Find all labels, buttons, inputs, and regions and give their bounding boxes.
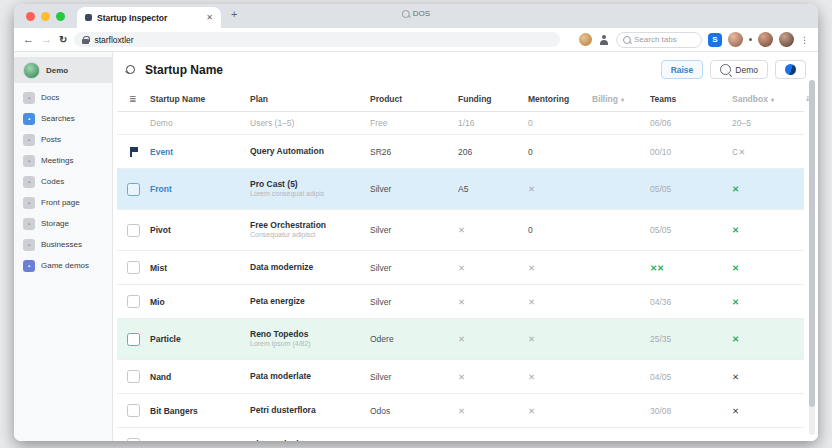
address-bar[interactable]: starfloxtler — [74, 32, 560, 47]
table-row[interactable]: Bit BangersPetri dusterfloraOdos✕✕30/08✕ — [117, 394, 804, 428]
raise-button[interactable]: Raise — [661, 60, 704, 79]
businesses-icon: ▪ — [23, 239, 35, 251]
extension-badge-icon[interactable]: S — [708, 33, 722, 47]
table-row[interactable]: NandPata moderlateSilver✕✕04/05✕ — [117, 360, 804, 394]
startup-name-cell: Rio — [150, 440, 250, 442]
table-row[interactable]: DemoUsers (1–5)Free1/16006/0620–5 — [117, 112, 804, 135]
sidebar-item-codes[interactable]: ▪Codes — [14, 171, 112, 192]
tab-search-field[interactable]: Search tabs — [616, 32, 702, 48]
table-row[interactable]: FrontPro Cast (5)Lorem consequat adipisS… — [117, 169, 804, 210]
sandbox-cell: ✕ — [732, 372, 806, 382]
new-tab-button[interactable]: + — [231, 8, 237, 20]
row-select-cell[interactable] — [117, 183, 150, 196]
theme-toggle-button[interactable] — [775, 60, 806, 79]
browser-menu-icon[interactable]: ⋮ — [800, 35, 809, 45]
sidebar-item-searches[interactable]: ▪Searches — [14, 108, 112, 129]
mentoring-cell: 0 — [528, 225, 592, 235]
tab-close-icon[interactable]: ✕ — [206, 13, 213, 22]
row-checkbox[interactable] — [127, 295, 140, 308]
funding-cell: 1/16 — [458, 118, 528, 128]
column-header-product[interactable]: Product — [370, 94, 458, 104]
sidebar-item-storage[interactable]: ▪Storage — [14, 213, 112, 234]
teams-cell: 05/05 — [650, 225, 732, 235]
docs-icon: ▪ — [23, 92, 35, 104]
table-row[interactable]: MioPeta energizeSilver✕✕04/36✕ — [117, 285, 804, 319]
plan-cell: Pata moderlate — [250, 371, 370, 382]
minimize-window-button[interactable] — [41, 12, 50, 21]
sidebar-item-businesses[interactable]: ▪Businesses — [14, 234, 112, 255]
row-select-cell[interactable] — [117, 333, 150, 346]
table-row[interactable]: PivotFree OrchestrationConsequatur adipi… — [117, 210, 804, 251]
column-header-sandbox[interactable]: Sandbox▾ — [732, 94, 806, 104]
profile-avatar[interactable] — [779, 32, 794, 47]
sidebar-item-posts[interactable]: ▪Posts — [14, 129, 112, 150]
column-header-plan[interactable]: Plan — [250, 94, 370, 104]
search-icon[interactable] — [125, 64, 136, 75]
close-window-button[interactable] — [26, 12, 35, 21]
url-text: starfloxtler — [94, 35, 133, 45]
plan-name: Peta energize — [250, 296, 370, 307]
table-row[interactable]: ParticleReno TopedosLorem ipsum (4/82)Od… — [117, 319, 804, 360]
row-select-cell[interactable] — [117, 261, 150, 274]
coin-extension-icon[interactable] — [579, 33, 592, 46]
startup-name-link[interactable]: Front — [150, 184, 172, 194]
row-checkbox[interactable] — [127, 224, 140, 237]
table-row[interactable]: RioDisar tedgalesSioo✕✕06/16116 — [117, 428, 804, 441]
reload-button[interactable]: ↻ — [59, 34, 67, 45]
back-button[interactable]: ← — [23, 34, 34, 45]
browser-tab[interactable]: Startup Inspector ✕ — [77, 7, 221, 28]
row-checkbox[interactable] — [127, 333, 140, 346]
row-checkbox[interactable] — [127, 438, 140, 441]
sidebar-item-docs[interactable]: ▪Docs — [14, 87, 112, 108]
row-checkbox[interactable] — [127, 183, 140, 196]
avatar[interactable] — [728, 32, 743, 47]
funding-cell: ✕ — [458, 334, 528, 344]
product-cell: Odos — [370, 406, 458, 416]
plan-name: Reno Topedos — [250, 329, 370, 340]
person-icon[interactable] — [598, 34, 610, 46]
column-header-funding[interactable]: Funding — [458, 94, 528, 104]
startup-name-cell: Front — [150, 184, 250, 194]
column-header-teams[interactable]: Teams — [650, 94, 732, 104]
sidebar-profile[interactable]: Demo — [14, 57, 112, 83]
sidebar-item-label: Front page — [41, 198, 80, 207]
row-select-cell[interactable] — [117, 370, 150, 383]
sidebar-item-label: Docs — [41, 93, 59, 102]
forward-button[interactable]: → — [41, 34, 52, 45]
row-checkbox[interactable] — [127, 370, 140, 383]
row-select-cell[interactable] — [117, 295, 150, 308]
sandbox-cell: ✕ — [732, 334, 806, 344]
maximize-window-button[interactable] — [56, 12, 65, 21]
funding-cell: ✕ — [458, 372, 528, 382]
startup-name-link[interactable]: Event — [150, 147, 173, 157]
row-checkbox[interactable] — [127, 261, 140, 274]
plan-name: Free Orchestration — [250, 220, 370, 231]
row-checkbox[interactable] — [127, 404, 140, 417]
row-select-cell[interactable] — [117, 438, 150, 441]
sidebar-item-front-page[interactable]: ▪Front page — [14, 192, 112, 213]
column-header-startup-name[interactable]: Startup Name — [150, 94, 250, 104]
sandbox-cell: ✕ — [732, 263, 806, 273]
column-header-billing[interactable]: Billing▾ — [592, 94, 650, 104]
sidebar-item-label: Game demos — [41, 261, 89, 270]
row-select-cell[interactable] — [117, 224, 150, 237]
column-drag-icon[interactable]: ≣ — [117, 94, 150, 104]
column-label: Sandbox — [732, 94, 768, 104]
table-row[interactable]: EventQuery AutomationSR26206000/10C✕ — [117, 135, 804, 169]
scrollbar-thumb[interactable] — [809, 80, 815, 407]
startup-name-cell: Bit Bangers — [150, 406, 250, 416]
pinned-row-cell[interactable] — [117, 147, 150, 157]
column-header-mentoring[interactable]: Mentoring — [528, 94, 592, 104]
table-row[interactable]: MistData modernizeSilver✕✕✕✕✕ — [117, 251, 804, 285]
table-scrollbar[interactable] — [809, 80, 815, 435]
funding-cell: ✕ — [458, 297, 528, 307]
sandbox-cell: 116 — [732, 440, 806, 442]
tab-title: Startup Inspector — [97, 13, 197, 23]
demo-button[interactable]: Demo — [710, 60, 768, 79]
sidebar-item-game-demos[interactable]: ▪Game demos — [14, 255, 112, 276]
mentoring-cell: 0 — [528, 118, 592, 128]
sidebar-item-meetings[interactable]: ▪Meetings — [14, 150, 112, 171]
product-cell: Silver — [370, 263, 458, 273]
avatar[interactable] — [758, 32, 773, 47]
row-select-cell[interactable] — [117, 404, 150, 417]
